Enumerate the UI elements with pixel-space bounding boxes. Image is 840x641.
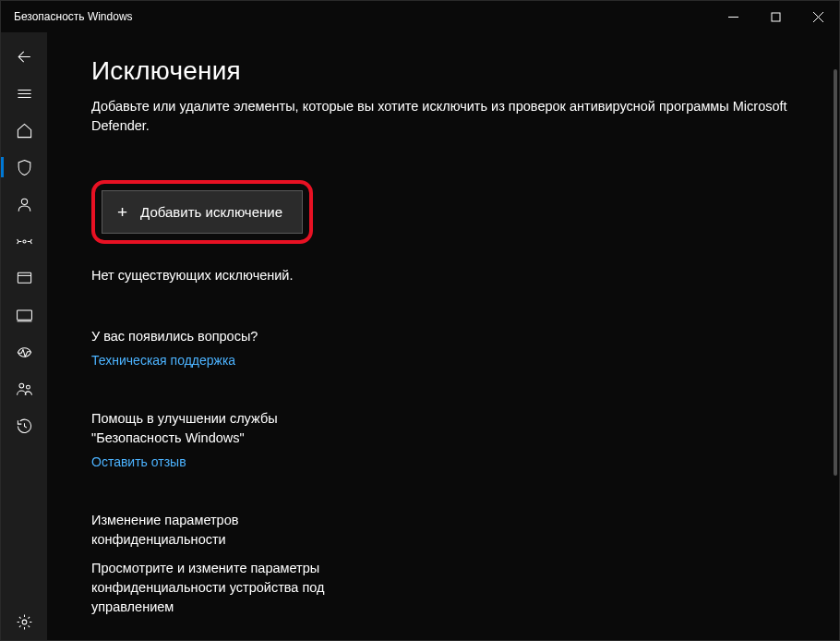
- sidebar-item-device-performance[interactable]: [1, 333, 47, 370]
- sidebar-item-settings[interactable]: [1, 603, 47, 640]
- page-description: Добавьте или удалите элементы, которые в…: [91, 97, 802, 136]
- svg-point-8: [21, 199, 27, 204]
- help-section: У вас появились вопросы? Техническая под…: [91, 327, 331, 369]
- back-button[interactable]: [1, 38, 47, 75]
- plus-icon: +: [117, 203, 127, 221]
- sidebar-item-device-security[interactable]: [1, 296, 47, 333]
- sidebar-item-firewall[interactable]: [1, 223, 47, 260]
- scrollbar-thumb[interactable]: [834, 69, 837, 476]
- feedback-heading: Помощь в улучшении службы "Безопасность …: [91, 409, 331, 448]
- add-exclusion-button[interactable]: + Добавить исключение: [102, 190, 303, 234]
- add-exclusion-label: Добавить исключение: [140, 204, 282, 220]
- svg-point-15: [26, 385, 30, 389]
- highlight-annotation: + Добавить исключение: [91, 180, 313, 244]
- privacy-heading: Изменение параметров конфиденциальности: [91, 511, 331, 550]
- menu-button[interactable]: [1, 75, 47, 112]
- svg-rect-10: [18, 272, 30, 283]
- scrollbar[interactable]: [833, 69, 837, 638]
- privacy-section: Изменение параметров конфиденциальности …: [91, 511, 331, 617]
- app-window: Безопасность Windows: [0, 0, 840, 641]
- sidebar-item-account-protection[interactable]: [1, 186, 47, 223]
- leave-feedback-link[interactable]: Оставить отзыв: [91, 454, 186, 469]
- sidebar: [1, 32, 47, 640]
- sidebar-item-protection-history[interactable]: [1, 407, 47, 444]
- help-heading: У вас появились вопросы?: [91, 327, 331, 346]
- sidebar-item-app-browser[interactable]: [1, 260, 47, 296]
- svg-point-16: [22, 620, 27, 624]
- window-title: Безопасность Windows: [14, 10, 133, 23]
- feedback-section: Помощь в улучшении службы "Безопасность …: [91, 409, 331, 470]
- privacy-sub: Просмотрите и измените параметры конфиде…: [91, 559, 331, 617]
- svg-point-14: [18, 383, 23, 388]
- svg-point-9: [22, 239, 25, 242]
- svg-rect-1: [772, 13, 780, 21]
- page-title: Исключения: [91, 56, 802, 86]
- maximize-button[interactable]: [754, 1, 797, 32]
- sidebar-item-home[interactable]: [1, 112, 47, 149]
- sidebar-item-family-options[interactable]: [1, 370, 47, 407]
- svg-rect-12: [17, 309, 31, 319]
- minimize-button[interactable]: [712, 1, 754, 32]
- body: Исключения Добавьте или удалите элементы…: [1, 32, 839, 640]
- tech-support-link[interactable]: Техническая поддержка: [91, 353, 235, 368]
- titlebar: Безопасность Windows: [1, 1, 839, 32]
- main-content: Исключения Добавьте или удалите элементы…: [47, 32, 839, 640]
- window-controls: [712, 1, 839, 32]
- empty-state-text: Нет существующих исключений.: [91, 268, 802, 283]
- sidebar-item-virus-protection[interactable]: [1, 149, 47, 186]
- close-button[interactable]: [797, 1, 839, 32]
